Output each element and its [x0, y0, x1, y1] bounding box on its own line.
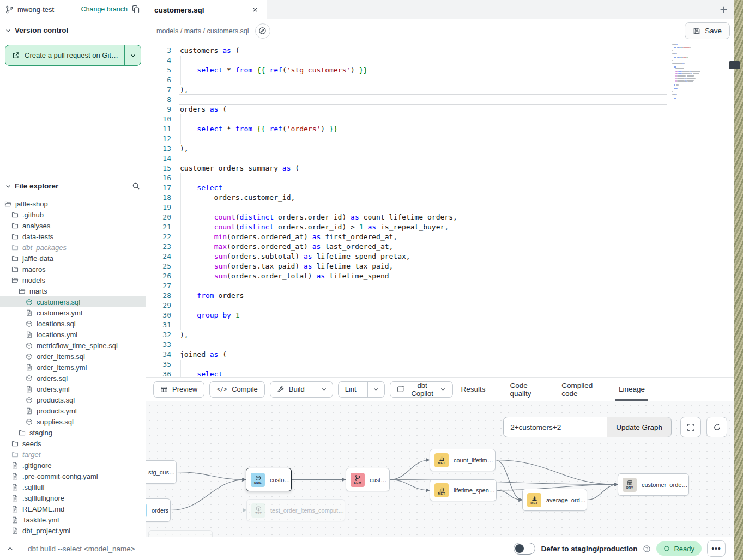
tree-item-metricflow_time_spine.sql[interactable]: metricflow_time_spine.sql	[0, 340, 146, 351]
refresh-button[interactable]	[706, 417, 727, 437]
tree-item-order_items.sql[interactable]: order_items.sql	[0, 351, 146, 362]
preview-button[interactable]: Preview	[153, 381, 204, 398]
lint-caret[interactable]	[367, 382, 384, 397]
tab-customers-sql[interactable]: customers.sql	[146, 0, 267, 20]
line-number: 19	[146, 203, 171, 212]
lineage-panel[interactable]: MDLstg_customersMDLordersMDLcustomersTST…	[146, 401, 734, 537]
search-icon[interactable]	[132, 182, 140, 190]
tree-item-.github[interactable]: .github	[0, 209, 146, 220]
lineage-selector-input[interactable]	[503, 417, 607, 437]
create-pr-caret[interactable]	[124, 45, 141, 65]
lineage-node-count_lifetime_orders[interactable]: METcount_lifetime_orders	[430, 449, 496, 471]
code-line-26: 26 sum(orders.order_total) as lifetime_s…	[146, 271, 734, 281]
lineage-node-average_order_value[interactable]: METaverage_order_value	[522, 489, 587, 511]
copy-icon[interactable]	[131, 5, 140, 14]
tree-item-.sqlfluff[interactable]: .sqlfluff	[0, 482, 146, 492]
tree-item-macros[interactable]: macros	[0, 264, 146, 275]
tree-item-marts[interactable]: marts	[0, 285, 146, 296]
dbt-copilot-button[interactable]: dbt Copilot	[390, 381, 453, 398]
file-icon	[26, 407, 33, 415]
new-tab-icon[interactable]	[719, 5, 728, 14]
scrollbar-thumb[interactable]	[729, 61, 740, 69]
lineage-node-label: customer_order_metrics	[642, 482, 688, 488]
panel-tab-lineage[interactable]: Lineage	[615, 378, 648, 401]
line-number: 34	[146, 350, 171, 360]
tree-item-data-tests[interactable]: data-tests	[0, 231, 146, 242]
create-pr-button[interactable]: Create a pull request on Git…	[5, 45, 141, 66]
build-button-group: Build	[270, 381, 333, 398]
line-number: 15	[146, 163, 171, 173]
line-number: 16	[146, 173, 171, 183]
file-explorer-header[interactable]: File explorer	[0, 180, 146, 190]
code-line-7: 7),	[146, 85, 734, 95]
code-editor[interactable]: 3customers as (45 select * from {{ ref('…	[146, 42, 734, 377]
code-line-17: 17 select	[146, 183, 734, 193]
lineage-node-customers_mdl[interactable]: MDLcustomers	[246, 468, 292, 491]
tree-item-products.sql[interactable]: products.sql	[0, 394, 146, 405]
version-control-header[interactable]: Version control	[5, 26, 141, 34]
tree-item-customers.yml[interactable]: customers.yml	[0, 307, 146, 318]
file-icon	[11, 527, 19, 534]
tree-item-label: order_items.sql	[37, 352, 85, 361]
tree-item-.pre-commit-config.yaml[interactable]: .pre-commit-config.yaml	[0, 471, 146, 482]
tree-item-jaffle-data[interactable]: jaffle-data	[0, 253, 146, 264]
save-button[interactable]: Save	[685, 22, 730, 39]
tree-item-dbt_project.yml[interactable]: dbt_project.yml	[0, 525, 146, 536]
tree-item-jaffle-shop[interactable]: jaffle-shop	[0, 198, 146, 209]
tree-item-models[interactable]: models	[0, 275, 146, 285]
lineage-node-orders_src[interactable]: MDLorders	[146, 498, 171, 522]
tree-item-locations.yml[interactable]: locations.yml	[0, 329, 146, 340]
collapse-panel-button[interactable]	[0, 537, 20, 560]
line-number: 26	[146, 271, 171, 281]
close-icon[interactable]	[252, 7, 258, 13]
lineage-node-lifetime_spend_pretax[interactable]: METlifetime_spend_pretax	[430, 479, 497, 501]
line-number: 11	[146, 124, 171, 134]
file-icon	[11, 462, 19, 469]
panel-tab-compiled-code[interactable]: Compiled code	[558, 378, 597, 401]
tree-item-Taskfile.yml[interactable]: Taskfile.yml	[0, 514, 146, 525]
line-number: 5	[146, 65, 171, 75]
lineage-node-stub_node[interactable]	[148, 530, 213, 537]
tree-item-customers.sql[interactable]: customers.sql	[0, 296, 146, 307]
preview-label: Preview	[172, 385, 197, 393]
tree-item-supplies.sql[interactable]: supplies.sql	[0, 416, 146, 427]
tree-item-analyses[interactable]: analyses	[0, 220, 146, 231]
refresh-icon	[713, 423, 721, 431]
tree-item-seeds[interactable]: seeds	[0, 438, 146, 449]
file-icon	[11, 506, 19, 513]
fullscreen-button[interactable]	[680, 417, 701, 437]
more-options-button[interactable]: •••	[707, 540, 726, 557]
lineage-node-test_node[interactable]: TSTtest_order_items_compute_to_bools…	[246, 499, 345, 521]
minimap[interactable]	[672, 44, 721, 99]
tree-item-README.md[interactable]: README.md	[0, 503, 146, 514]
update-graph-button[interactable]: Update Graph	[607, 417, 672, 437]
tree-item-.gitignore[interactable]: .gitignore	[0, 460, 146, 471]
compile-button[interactable]: </> Compile	[209, 381, 265, 398]
tree-item-orders.sql[interactable]: orders.sql	[0, 373, 146, 384]
lineage-node-stg_customers[interactable]: MDLstg_customers	[146, 460, 177, 484]
tree-item-staging[interactable]: staging	[0, 427, 146, 438]
tree-item-order_items.yml[interactable]: order_items.yml	[0, 362, 146, 373]
panel-tab-code-quality[interactable]: Code quality	[507, 378, 541, 401]
panel-tab-results[interactable]: Results	[458, 378, 489, 401]
lint-button[interactable]: Lint	[339, 382, 363, 397]
change-branch-link[interactable]: Change branch	[81, 5, 128, 13]
lineage-node-customers_sem[interactable]: SEMcustomers	[346, 468, 390, 491]
help-icon[interactable]	[643, 545, 651, 553]
tree-item-orders.yml[interactable]: orders.yml	[0, 384, 146, 394]
compass-icon[interactable]	[255, 23, 270, 39]
tree-item-.sqlfluffignore[interactable]: .sqlfluffignore	[0, 492, 146, 503]
tree-item-products.yml[interactable]: products.yml	[0, 405, 146, 416]
tree-item-dbt_packages[interactable]: dbt_packages	[0, 242, 146, 253]
editor-tabbar: customers.sql	[146, 0, 734, 19]
line-content: sum(orders.subtotal) as lifetime_spend_p…	[171, 252, 410, 261]
build-caret[interactable]	[316, 382, 333, 397]
tree-item-target[interactable]: target	[0, 449, 146, 460]
tree-item-locations.sql[interactable]: locations.sql	[0, 318, 146, 329]
lineage-node-customer_order_metrics[interactable]: QRYcustomer_order_metrics	[618, 473, 689, 496]
defer-toggle[interactable]	[514, 543, 535, 555]
save-icon	[693, 27, 700, 35]
command-text[interactable]: dbt build --select <model_name>	[28, 545, 135, 553]
tree-item-label: macros	[22, 265, 46, 273]
build-button[interactable]: Build	[270, 382, 311, 397]
